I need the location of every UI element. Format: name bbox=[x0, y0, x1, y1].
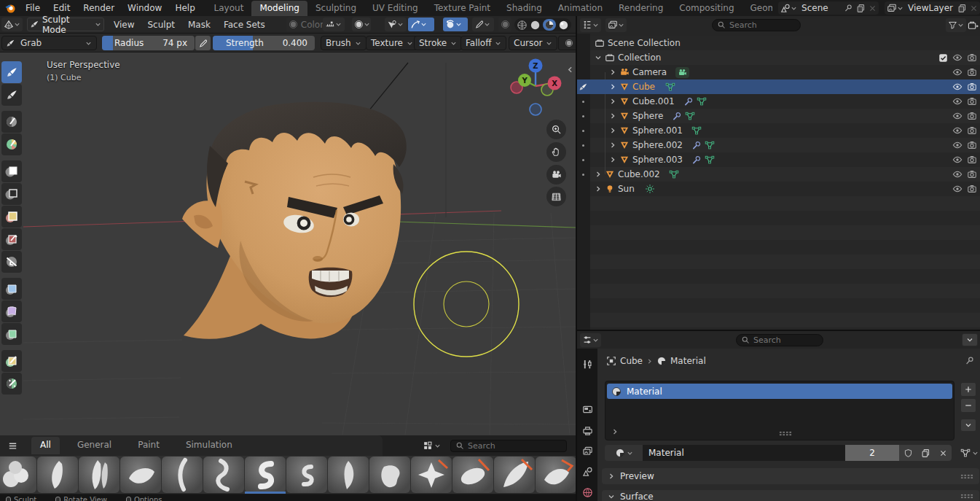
scene-icon[interactable] bbox=[780, 3, 791, 13]
outliner-row-collection[interactable]: Collection bbox=[590, 50, 980, 65]
mesh-data-icon[interactable] bbox=[669, 169, 679, 179]
chevron-right-icon[interactable] bbox=[609, 83, 616, 90]
ortho-toggle-button[interactable] bbox=[546, 187, 566, 206]
material-name-field[interactable]: Material bbox=[643, 445, 845, 461]
menu-face-sets[interactable]: Face Sets bbox=[217, 17, 272, 33]
tab-tool[interactable] bbox=[577, 354, 597, 373]
breadcrumb-object[interactable]: Cube bbox=[620, 356, 643, 366]
tool-box-mask[interactable] bbox=[1, 160, 22, 182]
camera-visibility-icon[interactable] bbox=[967, 140, 977, 150]
workspace-tab-sculpting[interactable]: Sculpting bbox=[307, 1, 364, 16]
chevron-right-icon[interactable] bbox=[609, 69, 616, 76]
chevron-right-icon[interactable] bbox=[609, 127, 616, 134]
workspace-tab-rendering[interactable]: Rendering bbox=[611, 1, 671, 16]
remove-slot-button[interactable] bbox=[960, 398, 976, 413]
outliner-row-sphere[interactable]: Sphere bbox=[590, 109, 980, 123]
add-slot-button[interactable] bbox=[960, 382, 976, 397]
menu-mask[interactable]: Mask bbox=[181, 17, 217, 33]
new-view-layer-icon[interactable] bbox=[957, 4, 967, 13]
tool-edit-face-set[interactable] bbox=[1, 350, 22, 372]
brush-thumbnail[interactable] bbox=[79, 457, 119, 493]
eye-icon[interactable] bbox=[952, 184, 963, 194]
tab-scene[interactable] bbox=[577, 462, 597, 481]
navigation-gizmo[interactable]: Z Y X bbox=[505, 58, 566, 120]
eye-icon[interactable] bbox=[952, 67, 963, 77]
camera-visibility-icon[interactable] bbox=[967, 125, 977, 136]
material-users-button[interactable]: 2 bbox=[845, 445, 899, 461]
eye-icon[interactable] bbox=[952, 111, 963, 121]
shelf-tab-general[interactable]: General bbox=[68, 437, 120, 454]
breadcrumb-data[interactable]: Material bbox=[670, 356, 706, 366]
tool-box-trim[interactable] bbox=[1, 228, 22, 250]
workspace-tab-shading[interactable]: Shading bbox=[498, 1, 550, 16]
close-icon[interactable] bbox=[970, 4, 978, 12]
workspace-tab-layout[interactable]: Layout bbox=[206, 1, 252, 16]
scene-name[interactable]: Scene bbox=[797, 3, 844, 13]
material-slot-selected[interactable]: Material bbox=[607, 384, 952, 399]
panel-grip[interactable] bbox=[960, 474, 973, 479]
brush-thumbnail[interactable] bbox=[328, 457, 369, 493]
sculpted-head-model[interactable] bbox=[182, 102, 407, 339]
mesh-data-icon[interactable] bbox=[697, 96, 707, 106]
chevron-down-icon[interactable] bbox=[595, 54, 602, 61]
close-icon[interactable] bbox=[869, 4, 877, 12]
chevron-right-icon[interactable] bbox=[609, 98, 616, 105]
editor-type-button[interactable] bbox=[1, 18, 23, 31]
radius-pressure-toggle[interactable] bbox=[195, 36, 211, 50]
tool-cloth-filter[interactable] bbox=[1, 300, 22, 322]
outliner-display-mode-button[interactable] bbox=[605, 18, 627, 32]
viewport-3d[interactable]: User Perspective (1) Cube bbox=[0, 53, 576, 435]
brush-thumbnail[interactable] bbox=[0, 457, 36, 493]
mesh-data-icon[interactable] bbox=[685, 111, 695, 121]
workspace-tab-compositing[interactable]: Compositing bbox=[671, 1, 742, 16]
tab-output[interactable] bbox=[577, 421, 597, 440]
eye-icon[interactable] bbox=[952, 140, 963, 150]
cursor-popover[interactable]: Cursor bbox=[509, 36, 557, 50]
new-collection-icon[interactable] bbox=[968, 20, 979, 31]
new-scene-icon[interactable] bbox=[856, 4, 866, 13]
camera-data-badge[interactable] bbox=[675, 67, 689, 78]
chevron-down-icon[interactable] bbox=[791, 5, 797, 12]
expand-arrow-icon[interactable] bbox=[611, 428, 619, 435]
outliner-row-scene-collection[interactable]: Scene Collection bbox=[590, 36, 980, 50]
eye-icon[interactable] bbox=[952, 125, 963, 136]
outliner-row-sphere-001[interactable]: Sphere.001 bbox=[590, 123, 980, 138]
brush-thumbnail[interactable] bbox=[494, 457, 535, 493]
brush-thumbnail-active[interactable] bbox=[245, 457, 286, 493]
unlink-material-button[interactable] bbox=[934, 445, 952, 461]
tool-mesh-filter[interactable] bbox=[1, 278, 22, 300]
camera-visibility-icon[interactable] bbox=[967, 169, 977, 179]
outliner-row-cube-001[interactable]: Cube.001 bbox=[590, 94, 980, 109]
outliner-row-sphere-002[interactable]: Sphere.002 bbox=[590, 138, 980, 152]
menu-sculpt[interactable]: Sculpt bbox=[141, 17, 181, 33]
shelf-menu-icon[interactable] bbox=[7, 440, 18, 451]
outliner-editor-type-button[interactable] bbox=[580, 18, 601, 32]
radius-slider[interactable]: Radius 74 px bbox=[102, 36, 195, 50]
modifier-wrench-icon[interactable] bbox=[672, 112, 681, 121]
pin-icon[interactable] bbox=[844, 4, 853, 13]
checkbox-checked-icon[interactable] bbox=[938, 53, 948, 63]
modifier-wrench-icon[interactable] bbox=[691, 141, 701, 150]
mode-dropdown[interactable]: Sculpt Mode bbox=[27, 18, 104, 31]
fake-user-button[interactable] bbox=[899, 445, 917, 461]
menu-window[interactable]: Window bbox=[121, 0, 168, 16]
workspace-tab-uv-editing[interactable]: UV Editing bbox=[364, 1, 426, 16]
sun-data-icon[interactable] bbox=[645, 184, 655, 194]
workspace-tab-animation[interactable]: Animation bbox=[550, 1, 611, 16]
pan-button[interactable] bbox=[546, 142, 566, 162]
outliner-search-field[interactable] bbox=[712, 19, 801, 31]
properties-search-field[interactable] bbox=[736, 334, 823, 346]
falloff-curve-toggle[interactable] bbox=[408, 18, 434, 31]
tool-brush-secondary[interactable] bbox=[1, 84, 22, 106]
view-layer-icon[interactable] bbox=[887, 3, 897, 13]
outliner-row-cube-002[interactable]: Cube.002 bbox=[590, 167, 980, 182]
outliner-filter-button[interactable] bbox=[946, 18, 966, 32]
tab-render[interactable] bbox=[577, 400, 597, 419]
shelf-search-input[interactable] bbox=[468, 441, 562, 451]
tab-world[interactable] bbox=[577, 483, 597, 501]
chevron-right-icon[interactable] bbox=[595, 171, 602, 178]
eye-icon[interactable] bbox=[952, 53, 963, 63]
mesh-data-icon[interactable] bbox=[705, 155, 715, 165]
brush-thumbnail[interactable] bbox=[411, 457, 452, 493]
show-brush-popover[interactable] bbox=[385, 18, 407, 31]
